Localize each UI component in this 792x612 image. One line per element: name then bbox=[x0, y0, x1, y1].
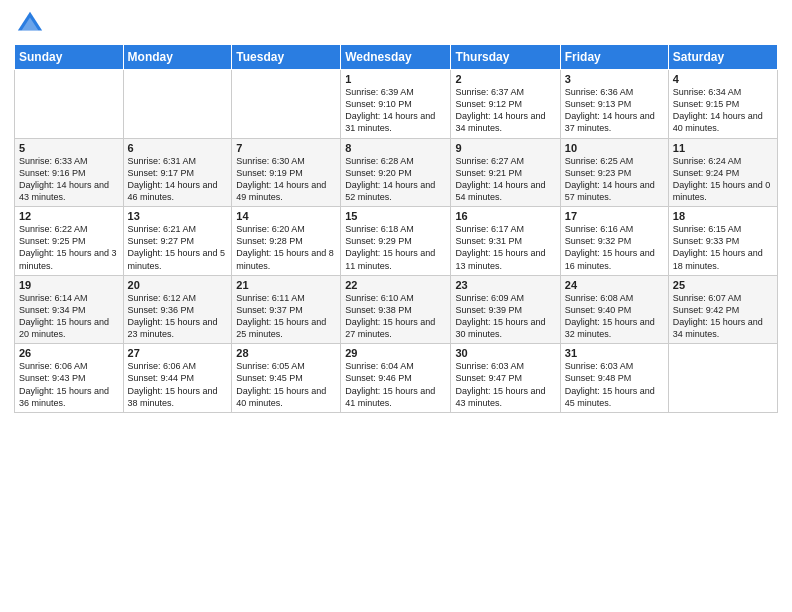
logo bbox=[14, 10, 44, 38]
calendar-cell-5-3: 28Sunrise: 6:05 AM Sunset: 9:45 PM Dayli… bbox=[232, 344, 341, 413]
day-number: 19 bbox=[19, 279, 119, 291]
day-number: 16 bbox=[455, 210, 555, 222]
calendar-cell-5-7 bbox=[668, 344, 777, 413]
day-number: 2 bbox=[455, 73, 555, 85]
calendar-cell-1-1 bbox=[15, 70, 124, 139]
calendar-cell-5-1: 26Sunrise: 6:06 AM Sunset: 9:43 PM Dayli… bbox=[15, 344, 124, 413]
calendar-cell-3-2: 13Sunrise: 6:21 AM Sunset: 9:27 PM Dayli… bbox=[123, 207, 232, 276]
day-info: Sunrise: 6:16 AM Sunset: 9:32 PM Dayligh… bbox=[565, 223, 664, 272]
day-number: 11 bbox=[673, 142, 773, 154]
day-number: 17 bbox=[565, 210, 664, 222]
day-info: Sunrise: 6:05 AM Sunset: 9:45 PM Dayligh… bbox=[236, 360, 336, 409]
calendar-cell-1-7: 4Sunrise: 6:34 AM Sunset: 9:15 PM Daylig… bbox=[668, 70, 777, 139]
calendar-cell-3-1: 12Sunrise: 6:22 AM Sunset: 9:25 PM Dayli… bbox=[15, 207, 124, 276]
day-number: 25 bbox=[673, 279, 773, 291]
day-number: 5 bbox=[19, 142, 119, 154]
calendar-cell-5-6: 31Sunrise: 6:03 AM Sunset: 9:48 PM Dayli… bbox=[560, 344, 668, 413]
day-info: Sunrise: 6:20 AM Sunset: 9:28 PM Dayligh… bbox=[236, 223, 336, 272]
day-number: 14 bbox=[236, 210, 336, 222]
day-info: Sunrise: 6:06 AM Sunset: 9:43 PM Dayligh… bbox=[19, 360, 119, 409]
day-info: Sunrise: 6:37 AM Sunset: 9:12 PM Dayligh… bbox=[455, 86, 555, 135]
day-number: 15 bbox=[345, 210, 446, 222]
day-number: 6 bbox=[128, 142, 228, 154]
day-number: 8 bbox=[345, 142, 446, 154]
calendar-cell-2-1: 5Sunrise: 6:33 AM Sunset: 9:16 PM Daylig… bbox=[15, 138, 124, 207]
calendar-cell-3-4: 15Sunrise: 6:18 AM Sunset: 9:29 PM Dayli… bbox=[341, 207, 451, 276]
calendar-cell-3-7: 18Sunrise: 6:15 AM Sunset: 9:33 PM Dayli… bbox=[668, 207, 777, 276]
day-number: 28 bbox=[236, 347, 336, 359]
day-info: Sunrise: 6:09 AM Sunset: 9:39 PM Dayligh… bbox=[455, 292, 555, 341]
day-info: Sunrise: 6:14 AM Sunset: 9:34 PM Dayligh… bbox=[19, 292, 119, 341]
col-header-friday: Friday bbox=[560, 45, 668, 70]
calendar-cell-2-7: 11Sunrise: 6:24 AM Sunset: 9:24 PM Dayli… bbox=[668, 138, 777, 207]
day-info: Sunrise: 6:04 AM Sunset: 9:46 PM Dayligh… bbox=[345, 360, 446, 409]
calendar-header-row: SundayMondayTuesdayWednesdayThursdayFrid… bbox=[15, 45, 778, 70]
header bbox=[14, 10, 778, 38]
day-number: 13 bbox=[128, 210, 228, 222]
col-header-saturday: Saturday bbox=[668, 45, 777, 70]
day-number: 10 bbox=[565, 142, 664, 154]
day-info: Sunrise: 6:10 AM Sunset: 9:38 PM Dayligh… bbox=[345, 292, 446, 341]
calendar-cell-4-4: 22Sunrise: 6:10 AM Sunset: 9:38 PM Dayli… bbox=[341, 275, 451, 344]
day-number: 23 bbox=[455, 279, 555, 291]
calendar-cell-4-3: 21Sunrise: 6:11 AM Sunset: 9:37 PM Dayli… bbox=[232, 275, 341, 344]
day-number: 22 bbox=[345, 279, 446, 291]
day-number: 7 bbox=[236, 142, 336, 154]
day-info: Sunrise: 6:06 AM Sunset: 9:44 PM Dayligh… bbox=[128, 360, 228, 409]
calendar-cell-4-2: 20Sunrise: 6:12 AM Sunset: 9:36 PM Dayli… bbox=[123, 275, 232, 344]
calendar-cell-3-3: 14Sunrise: 6:20 AM Sunset: 9:28 PM Dayli… bbox=[232, 207, 341, 276]
day-info: Sunrise: 6:11 AM Sunset: 9:37 PM Dayligh… bbox=[236, 292, 336, 341]
day-number: 4 bbox=[673, 73, 773, 85]
calendar-cell-2-6: 10Sunrise: 6:25 AM Sunset: 9:23 PM Dayli… bbox=[560, 138, 668, 207]
day-info: Sunrise: 6:30 AM Sunset: 9:19 PM Dayligh… bbox=[236, 155, 336, 204]
calendar-cell-1-5: 2Sunrise: 6:37 AM Sunset: 9:12 PM Daylig… bbox=[451, 70, 560, 139]
day-info: Sunrise: 6:39 AM Sunset: 9:10 PM Dayligh… bbox=[345, 86, 446, 135]
day-info: Sunrise: 6:31 AM Sunset: 9:17 PM Dayligh… bbox=[128, 155, 228, 204]
day-info: Sunrise: 6:22 AM Sunset: 9:25 PM Dayligh… bbox=[19, 223, 119, 272]
day-info: Sunrise: 6:07 AM Sunset: 9:42 PM Dayligh… bbox=[673, 292, 773, 341]
day-number: 21 bbox=[236, 279, 336, 291]
col-header-tuesday: Tuesday bbox=[232, 45, 341, 70]
calendar-cell-1-6: 3Sunrise: 6:36 AM Sunset: 9:13 PM Daylig… bbox=[560, 70, 668, 139]
calendar-cell-2-3: 7Sunrise: 6:30 AM Sunset: 9:19 PM Daylig… bbox=[232, 138, 341, 207]
col-header-wednesday: Wednesday bbox=[341, 45, 451, 70]
day-number: 29 bbox=[345, 347, 446, 359]
calendar-cell-4-5: 23Sunrise: 6:09 AM Sunset: 9:39 PM Dayli… bbox=[451, 275, 560, 344]
day-number: 12 bbox=[19, 210, 119, 222]
col-header-monday: Monday bbox=[123, 45, 232, 70]
calendar-cell-5-5: 30Sunrise: 6:03 AM Sunset: 9:47 PM Dayli… bbox=[451, 344, 560, 413]
calendar-cell-1-4: 1Sunrise: 6:39 AM Sunset: 9:10 PM Daylig… bbox=[341, 70, 451, 139]
calendar-cell-2-2: 6Sunrise: 6:31 AM Sunset: 9:17 PM Daylig… bbox=[123, 138, 232, 207]
day-info: Sunrise: 6:03 AM Sunset: 9:48 PM Dayligh… bbox=[565, 360, 664, 409]
day-info: Sunrise: 6:33 AM Sunset: 9:16 PM Dayligh… bbox=[19, 155, 119, 204]
calendar-cell-1-3 bbox=[232, 70, 341, 139]
calendar-cell-4-6: 24Sunrise: 6:08 AM Sunset: 9:40 PM Dayli… bbox=[560, 275, 668, 344]
logo-icon bbox=[16, 10, 44, 38]
calendar-cell-2-4: 8Sunrise: 6:28 AM Sunset: 9:20 PM Daylig… bbox=[341, 138, 451, 207]
calendar-week-3: 12Sunrise: 6:22 AM Sunset: 9:25 PM Dayli… bbox=[15, 207, 778, 276]
calendar-cell-3-5: 16Sunrise: 6:17 AM Sunset: 9:31 PM Dayli… bbox=[451, 207, 560, 276]
day-info: Sunrise: 6:34 AM Sunset: 9:15 PM Dayligh… bbox=[673, 86, 773, 135]
calendar-cell-2-5: 9Sunrise: 6:27 AM Sunset: 9:21 PM Daylig… bbox=[451, 138, 560, 207]
day-info: Sunrise: 6:15 AM Sunset: 9:33 PM Dayligh… bbox=[673, 223, 773, 272]
calendar-week-2: 5Sunrise: 6:33 AM Sunset: 9:16 PM Daylig… bbox=[15, 138, 778, 207]
day-number: 3 bbox=[565, 73, 664, 85]
day-info: Sunrise: 6:17 AM Sunset: 9:31 PM Dayligh… bbox=[455, 223, 555, 272]
day-number: 26 bbox=[19, 347, 119, 359]
day-number: 30 bbox=[455, 347, 555, 359]
col-header-thursday: Thursday bbox=[451, 45, 560, 70]
calendar: SundayMondayTuesdayWednesdayThursdayFrid… bbox=[14, 44, 778, 413]
day-info: Sunrise: 6:03 AM Sunset: 9:47 PM Dayligh… bbox=[455, 360, 555, 409]
day-number: 24 bbox=[565, 279, 664, 291]
day-number: 18 bbox=[673, 210, 773, 222]
calendar-cell-1-2 bbox=[123, 70, 232, 139]
day-info: Sunrise: 6:12 AM Sunset: 9:36 PM Dayligh… bbox=[128, 292, 228, 341]
calendar-cell-5-2: 27Sunrise: 6:06 AM Sunset: 9:44 PM Dayli… bbox=[123, 344, 232, 413]
calendar-cell-4-1: 19Sunrise: 6:14 AM Sunset: 9:34 PM Dayli… bbox=[15, 275, 124, 344]
day-info: Sunrise: 6:27 AM Sunset: 9:21 PM Dayligh… bbox=[455, 155, 555, 204]
calendar-week-4: 19Sunrise: 6:14 AM Sunset: 9:34 PM Dayli… bbox=[15, 275, 778, 344]
day-number: 20 bbox=[128, 279, 228, 291]
day-number: 1 bbox=[345, 73, 446, 85]
day-info: Sunrise: 6:25 AM Sunset: 9:23 PM Dayligh… bbox=[565, 155, 664, 204]
day-number: 9 bbox=[455, 142, 555, 154]
